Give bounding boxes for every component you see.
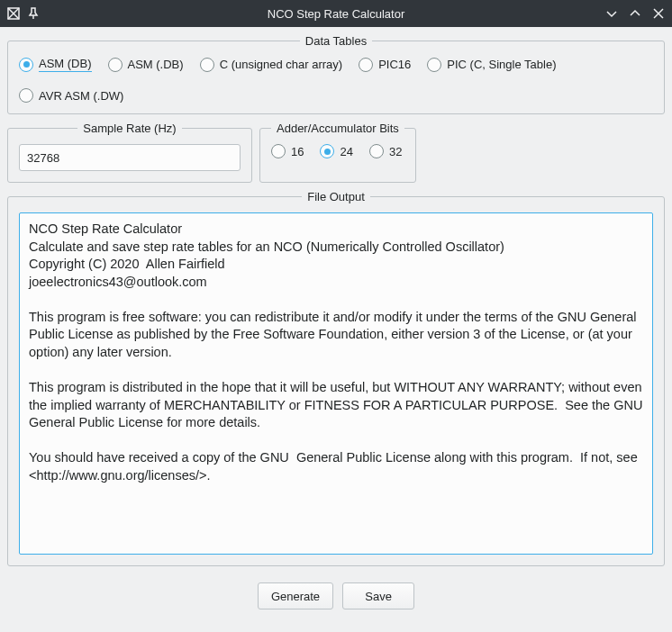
data-tables-option-4[interactable]: PIC (C, Single Table) [427, 58, 556, 72]
file-output-group: File Output NCO Step Rate Calculator Cal… [7, 190, 665, 566]
bits-option-2[interactable]: 32 [369, 144, 402, 158]
save-button[interactable]: Save [342, 582, 414, 609]
data-tables-option-0[interactable]: ASM (DB) [19, 57, 92, 72]
radio-label: 32 [389, 145, 402, 158]
data-tables-option-2[interactable]: C (unsigned char array) [200, 58, 343, 72]
radio-icon [200, 58, 214, 72]
file-output-legend: File Output [302, 190, 370, 203]
minimize-icon[interactable] [605, 7, 618, 20]
data-tables-group: Data Tables ASM (DB)ASM (.DB)C (unsigned… [7, 34, 665, 114]
maximize-icon[interactable] [629, 7, 641, 20]
radio-label: 16 [291, 145, 304, 158]
radio-icon [271, 144, 286, 158]
radio-label: ASM (.DB) [128, 58, 184, 71]
bits-option-1[interactable]: 24 [320, 144, 352, 158]
bits-legend: Adder/Accumulator Bits [271, 122, 404, 135]
radio-label: C (unsigned char array) [220, 58, 343, 71]
radio-icon [359, 58, 373, 72]
radio-label: ASM (DB) [39, 57, 92, 72]
generate-button[interactable]: Generate [258, 582, 333, 609]
titlebar: NCO Step Rate Calculator [0, 0, 672, 27]
radio-icon [427, 58, 441, 72]
radio-icon [19, 58, 33, 72]
radio-label: AVR ASM (.DW) [39, 89, 123, 103]
data-tables-option-1[interactable]: ASM (.DB) [108, 58, 184, 72]
data-tables-legend: Data Tables [300, 34, 372, 48]
radio-icon [108, 58, 123, 72]
sample-rate-legend: Sample Rate (Hz) [77, 122, 181, 135]
data-tables-option-5[interactable]: AVR ASM (.DW) [19, 88, 123, 103]
bits-group: Adder/Accumulator Bits 162432 [259, 122, 416, 183]
sample-rate-group: Sample Rate (Hz) [7, 122, 252, 183]
file-output-text[interactable]: NCO Step Rate Calculator Calculate and s… [19, 212, 653, 555]
radio-label: PIC16 [378, 58, 411, 71]
radio-icon [19, 88, 33, 103]
bits-radio-row: 162432 [271, 144, 404, 158]
data-tables-option-3[interactable]: PIC16 [359, 58, 411, 72]
sample-rate-input[interactable] [19, 144, 241, 171]
pin-icon[interactable] [27, 7, 40, 20]
radio-label: PIC (C, Single Table) [447, 58, 556, 71]
app-icon [7, 7, 20, 20]
data-tables-radio-row: ASM (DB)ASM (.DB)C (unsigned char array)… [19, 57, 653, 103]
button-row: Generate Save [7, 573, 665, 613]
window-title: NCO Step Rate Calculator [0, 7, 672, 21]
close-icon[interactable] [652, 7, 665, 20]
radio-label: 24 [340, 145, 352, 158]
bits-option-0[interactable]: 16 [271, 144, 304, 158]
radio-icon [320, 144, 334, 158]
content-area: Data Tables ASM (DB)ASM (.DB)C (unsigned… [0, 27, 672, 620]
radio-icon [369, 144, 384, 158]
